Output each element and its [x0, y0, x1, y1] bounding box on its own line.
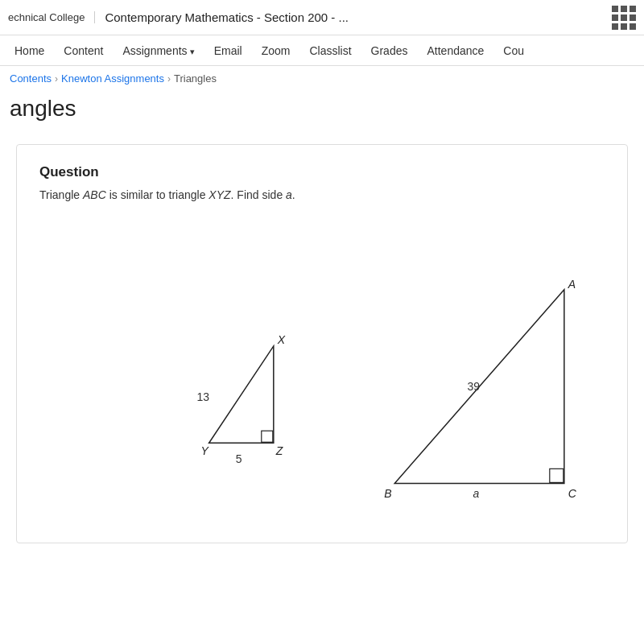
nav-attendance[interactable]: Attendance: [419, 39, 492, 62]
breadcrumb-current: Triangles: [174, 72, 217, 85]
nav-content[interactable]: Content: [56, 39, 111, 62]
question-card: Question Triangle ABC is similar to tria…: [16, 144, 628, 543]
svg-text:13: 13: [197, 390, 210, 403]
svg-text:B: B: [384, 487, 391, 500]
svg-text:X: X: [277, 333, 286, 346]
grid-icon[interactable]: [612, 6, 636, 30]
svg-marker-0: [209, 346, 274, 443]
svg-text:39: 39: [468, 380, 481, 393]
svg-text:C: C: [568, 487, 577, 500]
svg-text:Y: Y: [201, 444, 210, 457]
svg-text:5: 5: [236, 452, 242, 465]
nav-email[interactable]: Email: [206, 39, 250, 62]
svg-text:Z: Z: [275, 444, 283, 457]
page-title: angles: [0, 91, 644, 131]
svg-text:a: a: [473, 487, 480, 500]
nav-home[interactable]: Home: [6, 39, 52, 62]
question-label: Question: [39, 164, 605, 180]
svg-text:A: A: [568, 278, 576, 291]
breadcrumb-sep-1: ›: [55, 73, 58, 85]
diagram: X Y Z 13 5 A B C 39 a: [39, 217, 605, 523]
svg-rect-8: [550, 469, 564, 482]
question-text: Triangle ABC is similar to triangle XYZ.…: [39, 188, 605, 201]
nav-classlist[interactable]: Classlist: [301, 39, 359, 62]
breadcrumb-knewton[interactable]: Knewton Assignments: [61, 72, 164, 85]
nav-bar: Home Content Assignments Email Zoom Clas…: [0, 35, 644, 66]
breadcrumb-contents[interactable]: Contents: [10, 72, 52, 85]
college-name: echnical College: [8, 11, 95, 23]
course-title: Contemporary Mathematics - Section 200 -…: [105, 10, 605, 24]
nav-zoom[interactable]: Zoom: [254, 39, 299, 62]
nav-cou[interactable]: Cou: [495, 39, 532, 62]
nav-grades[interactable]: Grades: [363, 39, 416, 62]
top-bar: echnical College Contemporary Mathematic…: [0, 0, 644, 35]
svg-rect-1: [262, 431, 273, 442]
breadcrumb-sep-2: ›: [167, 73, 171, 85]
breadcrumb: Contents › Knewton Assignments › Triangl…: [0, 66, 644, 91]
nav-assignments[interactable]: Assignments: [114, 39, 202, 62]
